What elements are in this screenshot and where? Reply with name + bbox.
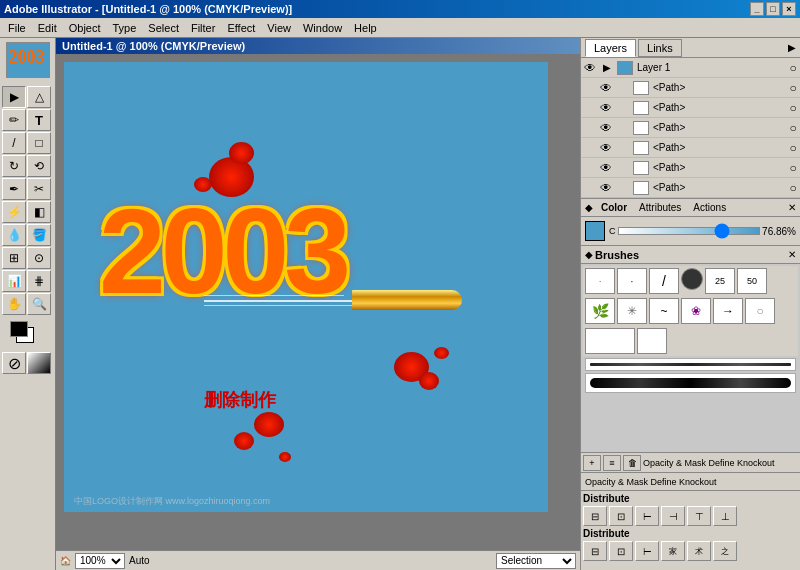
dist-btn-5[interactable]: ⊤: [687, 506, 711, 526]
dist-btn-1[interactable]: ⊟: [583, 506, 607, 526]
minimize-button[interactable]: _: [750, 2, 764, 16]
brush-wave[interactable]: ~: [649, 298, 679, 324]
brush-25[interactable]: 25: [705, 268, 735, 294]
tab-links[interactable]: Links: [638, 39, 682, 57]
dist-btn-6[interactable]: ⊥: [713, 506, 737, 526]
zoom-tool[interactable]: 🔍: [27, 293, 51, 315]
dist-btn-8[interactable]: ⊡: [609, 541, 633, 561]
brush-delete-btn[interactable]: 🗑: [623, 455, 641, 471]
layer-target-3[interactable]: ○: [786, 121, 800, 135]
layer-target-2[interactable]: ○: [786, 101, 800, 115]
brush-new-btn[interactable]: +: [583, 455, 601, 471]
color-panel-close[interactable]: ✕: [788, 202, 796, 213]
menu-edit[interactable]: Edit: [32, 20, 63, 36]
mode-select[interactable]: Selection Direct Select: [496, 553, 576, 569]
layer-row-1[interactable]: 👁 <Path> ○: [581, 78, 800, 98]
reflect-tool[interactable]: ⟲: [27, 155, 51, 177]
brush-star[interactable]: ✳: [617, 298, 647, 324]
brush-circle[interactable]: [681, 268, 703, 290]
dist-btn-2[interactable]: ⊡: [609, 506, 633, 526]
brush-special-2[interactable]: [637, 328, 667, 354]
layer-visibility-5[interactable]: 👁: [597, 161, 615, 175]
mesh-tool[interactable]: ⋕: [27, 270, 51, 292]
brush-arrow[interactable]: →: [713, 298, 743, 324]
dist-btn-3[interactable]: ⊢: [635, 506, 659, 526]
brush-options-btn[interactable]: ≡: [603, 455, 621, 471]
layer-target-6[interactable]: ○: [786, 181, 800, 195]
c-slider[interactable]: [618, 227, 761, 235]
dist-btn-4[interactable]: ⊣: [661, 506, 685, 526]
hand-tool[interactable]: ✋: [2, 293, 26, 315]
brush-special-1[interactable]: [585, 328, 635, 354]
rect-tool[interactable]: □: [27, 132, 51, 154]
eyedropper-tool[interactable]: 💧: [2, 224, 26, 246]
layer-row-2[interactable]: 👁 <Path> ○: [581, 98, 800, 118]
scissors-tool[interactable]: ✂: [27, 178, 51, 200]
layer-visibility-4[interactable]: 👁: [597, 141, 615, 155]
menu-file[interactable]: File: [2, 20, 32, 36]
dist-btn-12[interactable]: 之: [713, 541, 737, 561]
brush-50[interactable]: 50: [737, 268, 767, 294]
column-graph-tool[interactable]: 📊: [2, 270, 26, 292]
menu-type[interactable]: Type: [107, 20, 143, 36]
current-color-swatch[interactable]: [585, 221, 605, 241]
menu-object[interactable]: Object: [63, 20, 107, 36]
brushes-panel-close[interactable]: ✕: [788, 249, 796, 260]
menu-filter[interactable]: Filter: [185, 20, 221, 36]
layer-target-1[interactable]: ○: [786, 81, 800, 95]
layer-target-4[interactable]: ○: [786, 141, 800, 155]
layer-visibility-0[interactable]: 👁: [581, 61, 599, 75]
dist-btn-9[interactable]: ⊢: [635, 541, 659, 561]
gradient-tool[interactable]: ◧: [27, 201, 51, 223]
none-indicator[interactable]: ⊘: [2, 352, 26, 374]
tab-attributes[interactable]: Attributes: [633, 201, 687, 214]
pencil-tool[interactable]: ✒: [2, 178, 26, 200]
paint-bucket[interactable]: 🪣: [27, 224, 51, 246]
brush-ring[interactable]: ○: [745, 298, 775, 324]
menu-view[interactable]: View: [261, 20, 297, 36]
layer-visibility-1[interactable]: 👁: [597, 81, 615, 95]
brush-flower[interactable]: ❀: [681, 298, 711, 324]
dist-btn-7[interactable]: ⊟: [583, 541, 607, 561]
gradient-indicator[interactable]: [27, 352, 51, 374]
layer-row-4[interactable]: 👁 <Path> ○: [581, 138, 800, 158]
layer-row-0[interactable]: 👁 ▶ Layer 1 ○: [581, 58, 800, 78]
zoom-select[interactable]: 100% 50% 200%: [75, 553, 125, 569]
brush-leaf[interactable]: 🌿: [585, 298, 615, 324]
layer-visibility-2[interactable]: 👁: [597, 101, 615, 115]
blend-tool[interactable]: ⚡: [2, 201, 26, 223]
direct-select-tool[interactable]: △: [27, 86, 51, 108]
layer-visibility-6[interactable]: 👁: [597, 181, 615, 195]
menu-help[interactable]: Help: [348, 20, 383, 36]
type-tool[interactable]: T: [27, 109, 51, 131]
transform-tool[interactable]: ⊞: [2, 247, 26, 269]
tab-color[interactable]: Color: [595, 201, 633, 214]
dist-btn-11[interactable]: 术: [687, 541, 711, 561]
layer-target-5[interactable]: ○: [786, 161, 800, 175]
layer-expand-0[interactable]: ▶: [599, 62, 615, 73]
brush-dot-sm[interactable]: ·: [585, 268, 615, 294]
close-button[interactable]: ×: [782, 2, 796, 16]
layers-options[interactable]: ▶: [788, 42, 796, 53]
menu-effect[interactable]: Effect: [221, 20, 261, 36]
layer-row-5[interactable]: 👁 <Path> ○: [581, 158, 800, 178]
brush-dot-md[interactable]: ·: [617, 268, 647, 294]
pen-tool[interactable]: ✏: [2, 109, 26, 131]
menu-select[interactable]: Select: [142, 20, 185, 36]
tab-actions[interactable]: Actions: [687, 201, 732, 214]
canvas-wrapper[interactable]: 2003 删除制作 中国LOGO设计制作网 www.logozhiruoqion…: [56, 54, 580, 550]
maximize-button[interactable]: □: [766, 2, 780, 16]
menu-window[interactable]: Window: [297, 20, 348, 36]
layer-row-6[interactable]: 👁 <Path> ○: [581, 178, 800, 198]
stroke-swatch[interactable]: [10, 321, 28, 337]
dist-btn-10[interactable]: 家: [661, 541, 685, 561]
layer-row-3[interactable]: 👁 <Path> ○: [581, 118, 800, 138]
rotate-tool[interactable]: ↻: [2, 155, 26, 177]
symbol-tool[interactable]: ⊙: [27, 247, 51, 269]
line-tool[interactable]: /: [2, 132, 26, 154]
layer-target-0[interactable]: ○: [786, 61, 800, 75]
tab-layers[interactable]: Layers: [585, 39, 636, 57]
brush-slash[interactable]: /: [649, 268, 679, 294]
layer-visibility-3[interactable]: 👁: [597, 121, 615, 135]
selection-tool[interactable]: ▶: [2, 86, 26, 108]
